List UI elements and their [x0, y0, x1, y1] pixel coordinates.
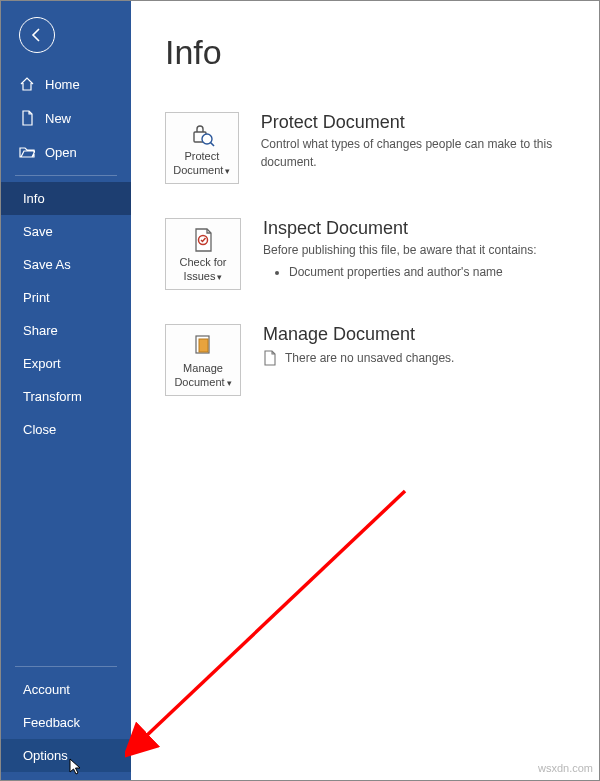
chevron-down-icon: ▾ [217, 272, 222, 282]
nav-label: Share [23, 323, 58, 338]
section-heading: Inspect Document [263, 218, 537, 239]
inspect-section: Check for Issues▾ Inspect Document Befor… [165, 218, 599, 290]
nav-top-group: Home New Open [1, 63, 131, 169]
check-issues-button[interactable]: Check for Issues▾ [165, 218, 241, 290]
inspect-intro: Before publishing this file, be aware th… [263, 243, 537, 257]
protect-document-button[interactable]: Protect Document▾ [165, 112, 239, 184]
protect-text: Protect Document Control what types of c… [261, 112, 599, 184]
page-title: Info [165, 33, 599, 72]
manage-section: Manage Document▾ Manage Document There a… [165, 324, 599, 396]
nav-mid-group: Info Save Save As Print Share Export Tra… [1, 182, 131, 446]
section-desc: Before publishing this file, be aware th… [263, 241, 537, 281]
open-folder-icon [19, 144, 35, 160]
nav-label: Export [23, 356, 61, 371]
chevron-down-icon: ▾ [225, 166, 230, 176]
protect-section: Protect Document▾ Protect Document Contr… [165, 112, 599, 184]
nav-label: Options [23, 748, 68, 763]
manage-text: Manage Document There are no unsaved cha… [263, 324, 454, 396]
tile-label-1: Protect [184, 150, 219, 162]
tile-label-1: Manage [183, 362, 223, 374]
tile-label-2: Document [173, 164, 223, 176]
nav-label: Save As [23, 257, 71, 272]
nav-close[interactable]: Close [1, 413, 131, 446]
nav-label: New [45, 111, 71, 126]
nav-options[interactable]: Options [1, 739, 131, 772]
watermark: wsxdn.com [538, 762, 593, 774]
nav-label: Open [45, 145, 77, 160]
nav-share[interactable]: Share [1, 314, 131, 347]
back-button[interactable] [19, 17, 55, 53]
info-panel: Info Protect Document▾ Protect Document … [131, 1, 599, 780]
tile-label-1: Check for [179, 256, 226, 268]
tile-label-2: Issues [184, 270, 216, 282]
inspect-bullet: Document properties and author's name [289, 263, 537, 281]
svg-line-2 [210, 143, 214, 147]
new-doc-icon [19, 110, 35, 126]
nav-new[interactable]: New [1, 101, 131, 135]
nav-print[interactable]: Print [1, 281, 131, 314]
backstage-sidebar: Home New Open Info Save Save As Print Sh… [1, 1, 131, 780]
section-heading: Manage Document [263, 324, 454, 345]
nav-label: Account [23, 682, 70, 697]
nav-label: Home [45, 77, 80, 92]
nav-separator [15, 175, 117, 176]
section-desc: Control what types of changes people can… [261, 135, 599, 171]
document-small-icon [263, 350, 277, 366]
nav-transform[interactable]: Transform [1, 380, 131, 413]
check-issues-icon [190, 227, 216, 253]
nav-label: Save [23, 224, 53, 239]
nav-feedback[interactable]: Feedback [1, 706, 131, 739]
nav-home[interactable]: Home [1, 67, 131, 101]
nav-bottom-group: Account Feedback Options [1, 660, 131, 780]
history-text: There are no unsaved changes. [285, 349, 454, 367]
nav-open[interactable]: Open [1, 135, 131, 169]
version-history: There are no unsaved changes. [263, 349, 454, 367]
manage-doc-icon [190, 333, 216, 359]
nav-label: Transform [23, 389, 82, 404]
nav-save-as[interactable]: Save As [1, 248, 131, 281]
nav-account[interactable]: Account [1, 673, 131, 706]
nav-save[interactable]: Save [1, 215, 131, 248]
nav-label: Feedback [23, 715, 80, 730]
manage-document-button[interactable]: Manage Document▾ [165, 324, 241, 396]
nav-info[interactable]: Info [1, 182, 131, 215]
home-icon [19, 76, 35, 92]
nav-separator [15, 666, 117, 667]
nav-label: Info [23, 191, 45, 206]
protect-lock-icon [189, 121, 215, 147]
section-heading: Protect Document [261, 112, 599, 133]
nav-label: Print [23, 290, 50, 305]
chevron-down-icon: ▾ [227, 378, 232, 388]
svg-rect-5 [199, 339, 208, 352]
tile-label-2: Document [174, 376, 224, 388]
back-arrow-icon [28, 26, 46, 44]
nav-export[interactable]: Export [1, 347, 131, 380]
inspect-text: Inspect Document Before publishing this … [263, 218, 537, 290]
nav-label: Close [23, 422, 56, 437]
